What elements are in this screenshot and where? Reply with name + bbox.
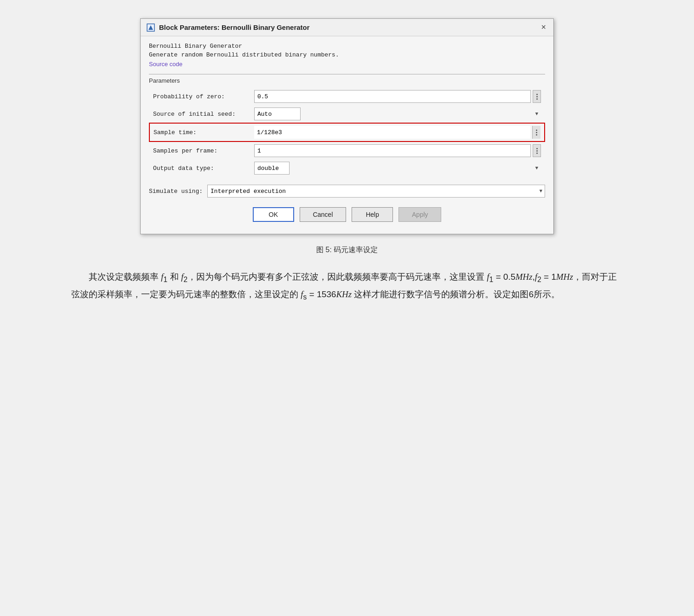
parameters-table: Probability of zero: [149, 88, 545, 177]
figure-caption: 图 5: 码元速率设定 [316, 245, 378, 255]
source-seed-select-wrapper: Auto Parameter ▼ [254, 107, 541, 120]
dialog-buttons: OK Cancel Help Apply [149, 200, 545, 226]
prob-zero-input-cell [254, 90, 541, 103]
dialog-titlebar: Block Parameters: Bernoulli Binary Gener… [141, 19, 553, 36]
sample-time-label: Sample time: [154, 129, 197, 136]
close-button[interactable]: × [539, 23, 548, 32]
dot2 [536, 132, 537, 133]
math-sub4: 2 [537, 276, 541, 283]
samples-frame-input[interactable] [254, 144, 531, 157]
prob-zero-label: Probability of zero: [149, 88, 250, 105]
dot1 [536, 94, 538, 95]
sample-time-menu-btn[interactable] [532, 126, 540, 139]
table-row: Samples per frame: [149, 141, 545, 159]
parameters-section-label: Parameters [149, 74, 545, 84]
dialog-title-left: Block Parameters: Bernoulli Binary Gener… [146, 23, 310, 32]
block-name-label: Bernoulli Binary Generator [149, 43, 545, 50]
output-type-select-wrapper: double single int8 uint8 ▼ [254, 162, 541, 175]
samples-frame-input-cell [254, 144, 541, 157]
prob-zero-input[interactable] [254, 90, 531, 103]
ok-button[interactable]: OK [253, 207, 294, 222]
sample-time-input-wrapper [254, 126, 540, 139]
sample-time-row: Sample time: [149, 123, 545, 141]
simulate-row: Simulate using: Interpreted execution Co… [149, 182, 545, 200]
sample-time-input-cell [250, 123, 545, 141]
sample-time-label-cell: Sample time: [149, 123, 250, 141]
sample-time-input[interactable] [254, 126, 530, 139]
source-seed-select[interactable]: Auto Parameter [254, 107, 301, 120]
samples-frame-menu-btn[interactable] [533, 144, 541, 157]
math-khz: KHz [336, 289, 352, 299]
dot1 [536, 130, 537, 131]
simulate-select-wrapper: Interpreted execution Code generation ▼ [207, 185, 545, 198]
prob-zero-cell [250, 88, 545, 105]
dot2 [536, 96, 538, 97]
apply-button[interactable]: Apply [398, 207, 441, 222]
math-subs: s [303, 293, 307, 301]
dot3 [536, 134, 537, 136]
dot1 [536, 148, 538, 149]
output-type-select[interactable]: double single int8 uint8 [254, 162, 290, 175]
prob-zero-menu-btn[interactable] [533, 90, 541, 103]
output-type-select-cell: double single int8 uint8 ▼ [254, 162, 541, 175]
math-mhz2: MHz [556, 272, 573, 282]
dot3 [536, 98, 538, 100]
output-type-cell: double single int8 uint8 ▼ [250, 159, 545, 177]
table-row: Output data type: double single int8 uin… [149, 159, 545, 177]
source-seed-cell: Auto Parameter ▼ [250, 105, 545, 123]
simulate-label: Simulate using: [149, 188, 203, 195]
block-description: Generate random Bernoulli distributed bi… [149, 51, 545, 58]
samples-frame-label: Samples per frame: [149, 141, 250, 159]
math-sub2: 2 [183, 276, 188, 283]
table-row: Probability of zero: [149, 88, 545, 105]
simulate-select[interactable]: Interpreted execution Code generation [207, 185, 545, 198]
output-type-arrow-icon: ▼ [535, 165, 538, 171]
source-seed-select-cell: Auto Parameter ▼ [254, 107, 541, 120]
math-mhz1: MHz [515, 272, 532, 282]
source-seed-label: Source of initial seed: [149, 105, 250, 123]
math-sub1: 1 [164, 276, 168, 283]
samples-frame-cell [250, 141, 545, 159]
block-parameters-dialog: Block Parameters: Bernoulli Binary Gener… [140, 18, 554, 234]
dialog-body: Bernoulli Binary Generator Generate rand… [141, 36, 553, 234]
block-icon [146, 23, 155, 32]
body-paragraph: 其次设定载频频率 f1 和 f2，因为每个码元内要有多个正弦波，因此载频频率要高… [71, 269, 623, 304]
source-code-link[interactable]: Source code [149, 61, 182, 68]
source-seed-arrow-icon: ▼ [535, 111, 538, 117]
dialog-title: Block Parameters: Bernoulli Binary Gener… [159, 23, 310, 31]
help-button[interactable]: Help [352, 207, 393, 222]
dot3 [536, 153, 538, 154]
table-row: Source of initial seed: Auto Parameter ▼ [149, 105, 545, 123]
math-sub3: 1 [489, 276, 494, 283]
output-type-label: Output data type: [149, 159, 250, 177]
dot2 [536, 150, 538, 152]
cancel-button[interactable]: Cancel [300, 207, 347, 222]
